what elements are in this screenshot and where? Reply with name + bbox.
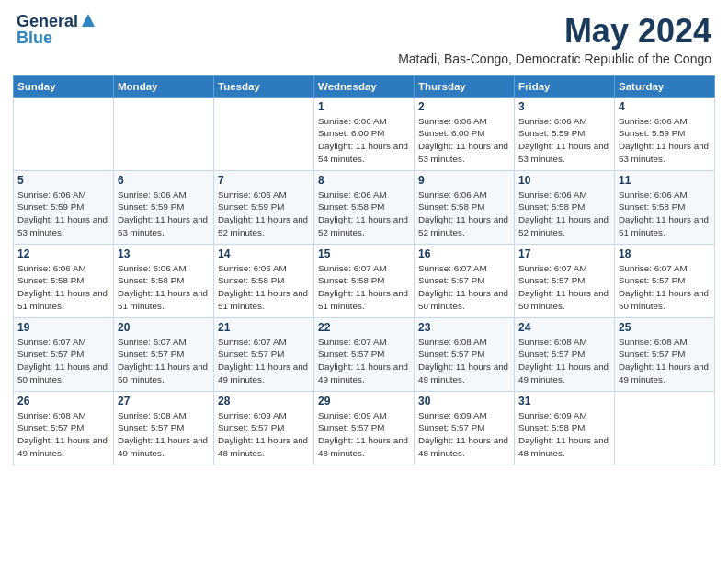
calendar-cell: [114, 97, 214, 170]
calendar-cell: [14, 97, 114, 170]
day-info: Sunrise: 6:06 AM Sunset: 5:58 PM Dayligh…: [118, 262, 210, 313]
day-number: 1: [318, 100, 410, 113]
day-number: 23: [418, 321, 510, 334]
calendar-cell: 31Sunrise: 6:09 AM Sunset: 5:58 PM Dayli…: [515, 391, 615, 465]
calendar-cell: 27Sunrise: 6:08 AM Sunset: 5:57 PM Dayli…: [114, 391, 214, 465]
calendar-cell: 6Sunrise: 6:06 AM Sunset: 5:59 PM Daylig…: [114, 170, 214, 244]
day-info: Sunrise: 6:07 AM Sunset: 5:57 PM Dayligh…: [218, 336, 310, 386]
day-number: 22: [318, 321, 410, 334]
weekday-header: Thursday: [415, 75, 515, 97]
calendar-week-row: 1Sunrise: 6:06 AM Sunset: 6:00 PM Daylig…: [14, 97, 715, 170]
day-info: Sunrise: 6:07 AM Sunset: 5:57 PM Dayligh…: [619, 262, 711, 313]
day-number: 9: [418, 174, 510, 187]
weekday-header: Sunday: [14, 75, 114, 97]
day-number: 27: [118, 395, 210, 408]
day-number: 31: [518, 395, 610, 408]
day-number: 16: [418, 247, 510, 260]
day-info: Sunrise: 6:07 AM Sunset: 5:57 PM Dayligh…: [518, 262, 610, 313]
day-info: Sunrise: 6:09 AM Sunset: 5:57 PM Dayligh…: [218, 409, 310, 460]
calendar-cell: 30Sunrise: 6:09 AM Sunset: 5:57 PM Dayli…: [415, 391, 515, 465]
calendar-cell: 23Sunrise: 6:08 AM Sunset: 5:57 PM Dayli…: [415, 317, 515, 391]
calendar-week-row: 19Sunrise: 6:07 AM Sunset: 5:57 PM Dayli…: [14, 317, 715, 391]
calendar-cell: 1Sunrise: 6:06 AM Sunset: 6:00 PM Daylig…: [314, 97, 415, 170]
calendar-cell: 20Sunrise: 6:07 AM Sunset: 5:57 PM Dayli…: [114, 317, 214, 391]
logo-general-text: General: [17, 13, 78, 29]
calendar-cell: 7Sunrise: 6:06 AM Sunset: 5:59 PM Daylig…: [214, 170, 314, 244]
calendar-cell: 18Sunrise: 6:07 AM Sunset: 5:57 PM Dayli…: [615, 244, 715, 317]
day-number: 8: [318, 174, 410, 187]
day-number: 26: [17, 395, 109, 408]
day-info: Sunrise: 6:06 AM Sunset: 6:00 PM Dayligh…: [418, 115, 510, 166]
page-header: General Blue May 2024 Matadi, Bas-Congo,…: [0, 0, 728, 70]
day-info: Sunrise: 6:06 AM Sunset: 6:00 PM Dayligh…: [318, 115, 410, 166]
day-number: 17: [518, 247, 610, 260]
day-info: Sunrise: 6:08 AM Sunset: 5:57 PM Dayligh…: [518, 336, 610, 386]
title-block: May 2024 Matadi, Bas-Congo, Democratic R…: [398, 13, 711, 66]
day-info: Sunrise: 6:07 AM Sunset: 5:57 PM Dayligh…: [318, 336, 410, 386]
month-title: May 2024: [398, 13, 711, 50]
day-number: 28: [218, 395, 310, 408]
weekday-header: Monday: [114, 75, 214, 97]
day-number: 24: [518, 321, 610, 334]
day-info: Sunrise: 6:08 AM Sunset: 5:57 PM Dayligh…: [118, 409, 210, 460]
day-info: Sunrise: 6:09 AM Sunset: 5:57 PM Dayligh…: [318, 409, 410, 460]
calendar-table: SundayMondayTuesdayWednesdayThursdayFrid…: [13, 75, 715, 465]
svg-marker-0: [82, 14, 95, 27]
calendar-cell: 29Sunrise: 6:09 AM Sunset: 5:57 PM Dayli…: [314, 391, 415, 465]
day-info: Sunrise: 6:06 AM Sunset: 5:58 PM Dayligh…: [619, 189, 711, 239]
day-info: Sunrise: 6:06 AM Sunset: 5:59 PM Dayligh…: [17, 189, 109, 239]
day-number: 7: [218, 174, 310, 187]
day-number: 13: [118, 247, 210, 260]
calendar-cell: 8Sunrise: 6:06 AM Sunset: 5:58 PM Daylig…: [314, 170, 415, 244]
calendar-cell: 11Sunrise: 6:06 AM Sunset: 5:58 PM Dayli…: [615, 170, 715, 244]
day-number: 18: [619, 247, 711, 260]
day-number: 15: [318, 247, 410, 260]
day-info: Sunrise: 6:07 AM Sunset: 5:57 PM Dayligh…: [418, 262, 510, 313]
calendar-week-row: 26Sunrise: 6:08 AM Sunset: 5:57 PM Dayli…: [14, 391, 715, 465]
day-info: Sunrise: 6:07 AM Sunset: 5:57 PM Dayligh…: [118, 336, 210, 386]
calendar-cell: 15Sunrise: 6:07 AM Sunset: 5:58 PM Dayli…: [314, 244, 415, 317]
day-number: 25: [619, 321, 711, 334]
day-info: Sunrise: 6:06 AM Sunset: 5:58 PM Dayligh…: [17, 262, 109, 313]
calendar-cell: 22Sunrise: 6:07 AM Sunset: 5:57 PM Dayli…: [314, 317, 415, 391]
day-number: 6: [118, 174, 210, 187]
day-number: 14: [218, 247, 310, 260]
logo: General Blue: [17, 13, 97, 46]
day-number: 4: [619, 100, 711, 113]
day-number: 19: [17, 321, 109, 334]
day-info: Sunrise: 6:06 AM Sunset: 5:58 PM Dayligh…: [418, 189, 510, 239]
day-number: 3: [518, 100, 610, 113]
calendar-cell: 14Sunrise: 6:06 AM Sunset: 5:58 PM Dayli…: [214, 244, 314, 317]
day-info: Sunrise: 6:07 AM Sunset: 5:57 PM Dayligh…: [17, 336, 109, 386]
calendar-cell: 5Sunrise: 6:06 AM Sunset: 5:59 PM Daylig…: [14, 170, 114, 244]
day-info: Sunrise: 6:06 AM Sunset: 5:59 PM Dayligh…: [619, 115, 711, 166]
weekday-header: Saturday: [615, 75, 715, 97]
calendar-cell: 25Sunrise: 6:08 AM Sunset: 5:57 PM Dayli…: [615, 317, 715, 391]
day-info: Sunrise: 6:08 AM Sunset: 5:57 PM Dayligh…: [17, 409, 109, 460]
calendar-cell: 24Sunrise: 6:08 AM Sunset: 5:57 PM Dayli…: [515, 317, 615, 391]
calendar-cell: 13Sunrise: 6:06 AM Sunset: 5:58 PM Dayli…: [114, 244, 214, 317]
day-info: Sunrise: 6:08 AM Sunset: 5:57 PM Dayligh…: [418, 336, 510, 386]
calendar: SundayMondayTuesdayWednesdayThursdayFrid…: [0, 70, 728, 475]
weekday-header: Wednesday: [314, 75, 415, 97]
day-info: Sunrise: 6:06 AM Sunset: 5:58 PM Dayligh…: [218, 262, 310, 313]
day-number: 11: [619, 174, 711, 187]
day-number: 30: [418, 395, 510, 408]
calendar-cell: 16Sunrise: 6:07 AM Sunset: 5:57 PM Dayli…: [415, 244, 515, 317]
calendar-cell: 17Sunrise: 6:07 AM Sunset: 5:57 PM Dayli…: [515, 244, 615, 317]
calendar-cell: 3Sunrise: 6:06 AM Sunset: 5:59 PM Daylig…: [515, 97, 615, 170]
logo-icon: [80, 12, 97, 29]
day-number: 21: [218, 321, 310, 334]
calendar-cell: 10Sunrise: 6:06 AM Sunset: 5:58 PM Dayli…: [515, 170, 615, 244]
calendar-week-row: 5Sunrise: 6:06 AM Sunset: 5:59 PM Daylig…: [14, 170, 715, 244]
day-number: 20: [118, 321, 210, 334]
day-number: 2: [418, 100, 510, 113]
day-number: 10: [518, 174, 610, 187]
calendar-cell: [615, 391, 715, 465]
day-number: 12: [17, 247, 109, 260]
logo-blue-text: Blue: [17, 29, 52, 46]
calendar-cell: 2Sunrise: 6:06 AM Sunset: 6:00 PM Daylig…: [415, 97, 515, 170]
calendar-cell: 28Sunrise: 6:09 AM Sunset: 5:57 PM Dayli…: [214, 391, 314, 465]
day-info: Sunrise: 6:07 AM Sunset: 5:58 PM Dayligh…: [318, 262, 410, 313]
day-info: Sunrise: 6:09 AM Sunset: 5:57 PM Dayligh…: [418, 409, 510, 460]
